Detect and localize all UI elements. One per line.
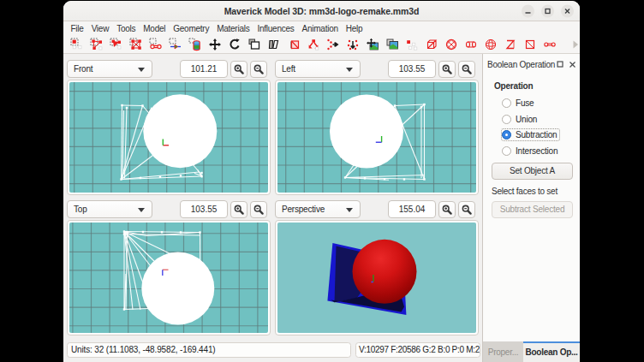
operation-radio-intersection[interactable]: Intersection	[501, 145, 561, 157]
toolbar-overflow-chevron-icon	[571, 39, 580, 50]
main-content: Front Left	[63, 54, 580, 362]
viewport-left: Left	[275, 60, 479, 195]
viewport-top-zoom-in-button[interactable]	[230, 201, 247, 218]
create-joint-button[interactable]	[540, 36, 558, 53]
select-faces-button[interactable]	[107, 36, 125, 53]
subtract-selected-button[interactable]: Subtract Selected	[492, 201, 573, 218]
viewport-top-view-select[interactable]: Top	[67, 200, 152, 218]
viewport-perspective-view-select[interactable]: Perspective	[275, 200, 361, 218]
make-face-icon	[326, 38, 340, 51]
menu-item-tools[interactable]: Tools	[113, 21, 140, 36]
viewport-perspective-zoom-out-button[interactable]	[458, 201, 475, 218]
move-texture-button[interactable]	[363, 36, 381, 53]
operation-radio-subtraction[interactable]: Subtraction	[501, 128, 560, 141]
zoom-out-icon	[461, 63, 473, 75]
menubar: FileViewToolsModelGeometryMaterialsInflu…	[63, 21, 580, 36]
create-cylinder-icon	[464, 38, 478, 51]
create-torus-button[interactable]	[481, 36, 499, 53]
menu-item-file[interactable]: File	[67, 21, 87, 36]
viewport-front-header: Front	[67, 60, 271, 78]
viewport-perspective-scene	[277, 223, 476, 333]
tab-boolean-operation[interactable]: Boolean Op...	[523, 341, 580, 362]
status-stats-field: V:10297 F:20586 G:2 B:0 P:0 M:2	[355, 342, 480, 358]
select-all-button[interactable]	[68, 36, 86, 53]
toolbar	[63, 36, 580, 54]
maximize-button[interactable]	[541, 4, 554, 17]
viewport-top-header: Top	[67, 200, 271, 218]
create-polygon-button[interactable]	[501, 36, 519, 53]
viewport-front-view-select[interactable]: Front	[67, 60, 152, 78]
create-cube-button[interactable]	[422, 36, 440, 53]
menu-item-animation[interactable]: Animation	[298, 21, 342, 36]
viewport-perspective-canvas[interactable]	[275, 220, 479, 335]
viewport-top-canvas[interactable]	[67, 220, 271, 335]
zoom-in-icon	[441, 204, 453, 216]
radio-circle-icon	[502, 130, 511, 139]
viewport-left-canvas[interactable]	[275, 80, 479, 195]
viewport-front: Front	[67, 60, 271, 195]
make-face-button[interactable]	[324, 36, 342, 53]
operation-radio-group: Fuse Union Subtraction Intersect	[483, 97, 580, 157]
viewport-perspective-zoom-in-button[interactable]	[438, 201, 456, 218]
operation-radio-union[interactable]: Union	[501, 113, 540, 126]
create-ellipsoid-button[interactable]	[442, 36, 460, 53]
panel-float-icon[interactable]	[557, 61, 564, 68]
viewport-front-zoom-in-button[interactable]	[230, 61, 247, 78]
dock-tabbar: Proper... Boolean Op...	[483, 341, 580, 362]
select-points-button[interactable]	[166, 36, 184, 53]
menu-item-geometry[interactable]: Geometry	[170, 21, 213, 36]
set-object-a-button[interactable]: Set Object A	[492, 163, 573, 180]
create-vertex-button[interactable]	[402, 36, 420, 53]
select-connected-button[interactable]	[127, 36, 145, 53]
select-groups-button[interactable]	[186, 36, 204, 53]
viewport-perspective-zoom-input[interactable]	[388, 200, 436, 218]
move-tool-button[interactable]	[206, 36, 224, 53]
panel-close-icon[interactable]	[569, 61, 576, 68]
viewport-front-zoom-input[interactable]	[180, 60, 228, 78]
select-all-icon	[70, 38, 84, 51]
viewport-front-canvas[interactable]	[67, 80, 271, 195]
vertex-extrude-button[interactable]	[304, 36, 322, 53]
viewport-top: Top	[67, 200, 271, 335]
select-vertices-button[interactable]	[87, 36, 105, 53]
viewport-left-zoom-in-button[interactable]	[438, 61, 456, 78]
delete-faces-button[interactable]	[284, 36, 302, 53]
viewport-front-zoom-out-button[interactable]	[250, 61, 267, 78]
select-points-icon	[169, 38, 182, 51]
menu-item-help[interactable]: Help	[342, 21, 367, 36]
weld-vertices-button[interactable]	[343, 36, 361, 53]
toolbar-overflow-button[interactable]	[571, 39, 580, 50]
viewport-left-view-select[interactable]: Left	[275, 60, 361, 78]
select-bone-joints-button[interactable]	[146, 36, 164, 53]
paste-button[interactable]	[265, 36, 283, 53]
tab-properties[interactable]: Proper...	[483, 341, 523, 362]
menu-item-view[interactable]: View	[87, 21, 113, 36]
operation-radio-fuse[interactable]: Fuse	[501, 97, 537, 110]
viewport-perspective: Perspective	[275, 200, 479, 335]
combo-arrow-icon	[138, 68, 145, 72]
close-button[interactable]	[561, 4, 574, 17]
rotate-tool-button[interactable]	[225, 36, 243, 53]
duplicate-button[interactable]	[245, 36, 263, 53]
create-cylinder-button[interactable]	[462, 36, 480, 53]
titlebar: Maverick Model 3D: mm3d-logo-remake.mm3d	[63, 1, 580, 21]
zoom-out-icon	[253, 63, 265, 75]
viewport-left-zoom-out-button[interactable]	[458, 61, 475, 78]
material-texture-button[interactable]	[383, 36, 401, 53]
viewport-left-zoom-input[interactable]	[388, 60, 436, 78]
minimize-button[interactable]	[522, 4, 534, 17]
viewport-top-scene	[69, 223, 268, 333]
toolbar-tools-group	[68, 36, 560, 53]
create-vertex-icon	[405, 38, 419, 51]
paste-icon	[267, 38, 281, 51]
panel-title-buttons	[557, 61, 576, 68]
viewport-top-zoom-input[interactable]	[180, 200, 228, 218]
maximize-icon	[544, 7, 552, 15]
viewport-top-zoom-out-button[interactable]	[250, 201, 267, 218]
menu-item-materials[interactable]: Materials	[213, 21, 253, 36]
menu-item-model[interactable]: Model	[140, 21, 170, 36]
menu-item-influences[interactable]: Influences	[253, 21, 298, 36]
create-joint-icon	[543, 38, 557, 51]
operation-group-label: Operation	[494, 81, 580, 91]
create-plane-button[interactable]	[521, 36, 539, 53]
